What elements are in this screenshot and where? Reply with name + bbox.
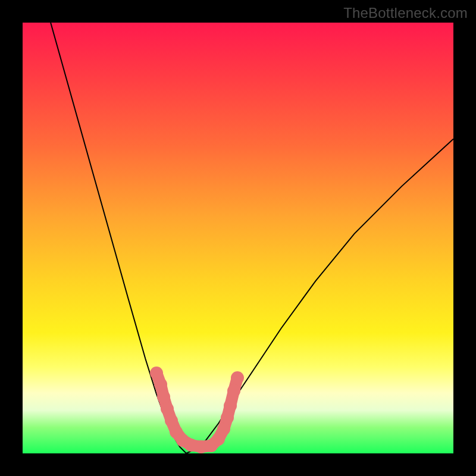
valley-marker-dot [157, 390, 170, 403]
valley-marker-dot [221, 411, 234, 424]
valley-marker-dot [227, 384, 240, 397]
watermark-text: TheBottleneck.com [343, 5, 468, 21]
chart-svg [23, 23, 453, 453]
valley-marker-dot [161, 402, 174, 415]
valley-marker-dot [154, 378, 167, 391]
valley-marker-dot [165, 414, 178, 427]
valley-marker-dot [231, 371, 244, 384]
valley-marker-dot [224, 399, 237, 412]
chart-frame: TheBottleneck.com [0, 0, 476, 476]
valley-marker-dot [217, 422, 230, 436]
valley-marker-dot [150, 367, 163, 380]
